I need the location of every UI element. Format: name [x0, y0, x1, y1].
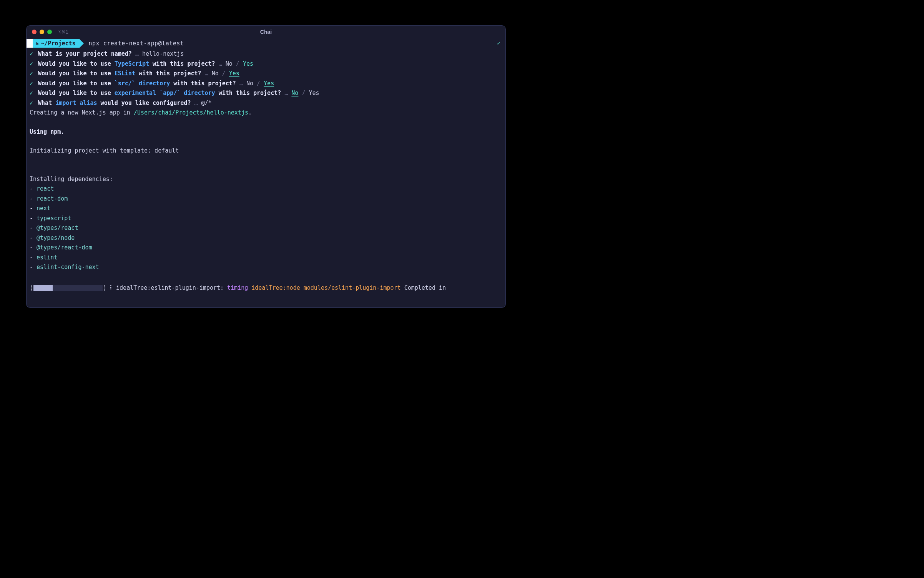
progress-tree-label: idealTree:eslint-plugin-import:: [116, 283, 224, 293]
check-icon: ✓: [30, 80, 33, 87]
folder-icon: ⊵: [36, 40, 38, 47]
command-text: npx create-next-app@latest: [89, 39, 184, 49]
terminal-body[interactable]: ⊵ ~/Projects npx create-next-app@latest …: [27, 38, 505, 307]
dependency-item: - react: [27, 184, 505, 194]
npm-progress-line: () ⠇ idealTree:eslint-plugin-import: tim…: [27, 283, 505, 293]
prompt-qa-line: ✓ What import alias would you like confi…: [27, 98, 505, 108]
prompt-qa-line: ✓ Would you like to use `src/` directory…: [27, 79, 505, 89]
prompt-qa-line: ✓ Would you like to use experimental `ap…: [27, 88, 505, 98]
dependency-item: - react-dom: [27, 194, 505, 204]
spinner-icon: ⠇: [110, 283, 114, 293]
dependency-item: - eslint: [27, 253, 505, 263]
traffic-lights: [32, 30, 52, 34]
check-icon: ✓: [30, 50, 33, 57]
progress-bar: (): [30, 283, 106, 293]
check-icon: ✓: [30, 90, 33, 96]
creating-line: Creating a new Next.js app in /Users/cha…: [27, 108, 505, 118]
dependency-item: - @types/react: [27, 223, 505, 233]
dependency-item: - eslint-config-next: [27, 262, 505, 272]
dependency-item: - @types/react-dom: [27, 243, 505, 253]
window-title: Chai: [260, 29, 272, 35]
success-check-icon: ✓: [497, 39, 500, 48]
progress-path: idealTree:node_modules/eslint-plugin-imp…: [251, 283, 401, 293]
apple-icon: [27, 39, 33, 48]
terminal-window: ⌥⌘1 Chai ⊵ ~/Projects npx create-next-ap…: [26, 25, 506, 308]
check-icon: ✓: [30, 60, 33, 67]
title-bar: ⌥⌘1 Chai: [27, 26, 505, 38]
installing-deps-line: Installing dependencies:: [27, 174, 505, 184]
progress-completed-text: Completed in: [404, 283, 446, 293]
path-badge: ⊵ ~/Projects: [33, 39, 80, 48]
init-template-line: Initializing project with template: defa…: [27, 146, 505, 156]
prompt-line: ⊵ ~/Projects npx create-next-app@latest …: [27, 39, 505, 49]
tab-shortcut-label: ⌥⌘1: [58, 29, 69, 35]
close-button[interactable]: [32, 30, 37, 34]
dependency-item: - next: [27, 204, 505, 214]
minimize-button[interactable]: [40, 30, 44, 34]
dependency-item: - @types/node: [27, 233, 505, 243]
check-icon: ✓: [30, 70, 33, 77]
dependency-item: - typescript: [27, 214, 505, 224]
prompt-qa-line: ✓ What is your project named? … hello-ne…: [27, 49, 505, 59]
cwd-path: ~/Projects: [41, 39, 75, 49]
check-icon: ✓: [30, 100, 33, 106]
progress-timing-label: timing: [227, 283, 248, 293]
using-npm-line: Using npm.: [27, 127, 505, 137]
maximize-button[interactable]: [47, 30, 52, 34]
prompt-qa-line: ✓ Would you like to use TypeScript with …: [27, 59, 505, 69]
prompt-qa-line: ✓ Would you like to use ESLint with this…: [27, 69, 505, 79]
